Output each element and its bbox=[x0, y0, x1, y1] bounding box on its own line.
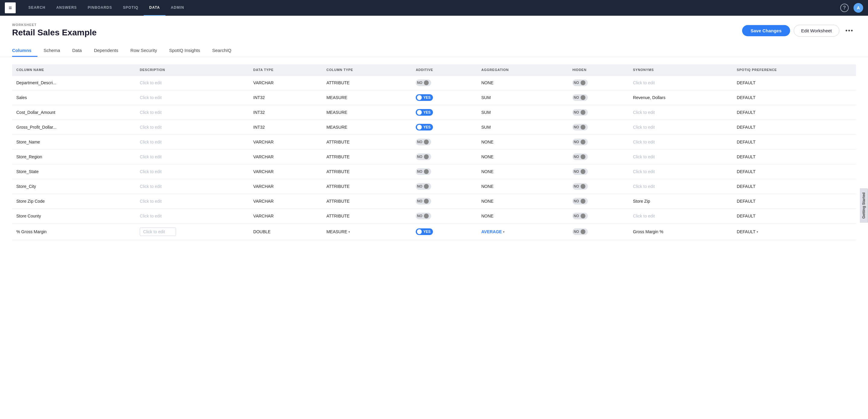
synonyms-click-to-edit[interactable]: Click to edit bbox=[633, 140, 655, 144]
synonyms-click-to-edit[interactable]: Click to edit bbox=[633, 214, 655, 218]
synonyms-click-to-edit[interactable]: Click to edit bbox=[633, 125, 655, 129]
tab-dependents[interactable]: Dependents bbox=[88, 45, 124, 57]
cell-col-type[interactable]: MEASURE ▾ bbox=[322, 223, 411, 240]
description-click-to-edit[interactable]: Click to edit bbox=[140, 110, 161, 115]
additive-toggle[interactable]: NO bbox=[416, 139, 431, 145]
additive-toggle[interactable]: YES bbox=[416, 109, 433, 116]
description-click-to-edit[interactable]: Click to edit bbox=[140, 95, 161, 100]
hidden-toggle[interactable]: NO bbox=[572, 80, 588, 86]
tab-schema[interactable]: Schema bbox=[37, 45, 66, 57]
hidden-toggle[interactable]: NO bbox=[572, 153, 588, 160]
additive-toggle[interactable]: NO bbox=[416, 183, 431, 190]
hidden-toggle[interactable]: NO bbox=[572, 139, 588, 145]
cell-description[interactable]: Click to edit bbox=[135, 135, 249, 150]
additive-toggle[interactable]: YES bbox=[416, 124, 433, 130]
col-type-dropdown-arrow[interactable]: ▾ bbox=[348, 230, 350, 234]
aggregation-dropdown-arrow[interactable]: ▾ bbox=[503, 230, 504, 234]
cell-hidden[interactable]: NO bbox=[568, 164, 629, 179]
cell-synonyms[interactable]: Click to edit bbox=[629, 120, 733, 135]
cell-additive[interactable]: YES bbox=[411, 105, 477, 120]
cell-additive[interactable]: NO bbox=[411, 164, 477, 179]
nav-item-answers[interactable]: ANSWERS bbox=[51, 0, 82, 16]
cell-hidden[interactable]: NO bbox=[568, 76, 629, 90]
additive-toggle[interactable]: YES bbox=[416, 229, 433, 235]
cell-additive[interactable]: NO bbox=[411, 135, 477, 150]
help-icon[interactable]: ? bbox=[840, 4, 849, 12]
save-changes-button[interactable]: Save Changes bbox=[742, 25, 790, 36]
additive-toggle[interactable]: NO bbox=[416, 213, 431, 219]
cell-description[interactable]: Click to edit bbox=[135, 76, 249, 90]
cell-additive[interactable]: YES bbox=[411, 120, 477, 135]
additive-toggle[interactable]: NO bbox=[416, 198, 431, 205]
description-click-to-edit[interactable]: Click to edit bbox=[140, 214, 161, 218]
cell-description[interactable]: Click to edit bbox=[135, 105, 249, 120]
cell-additive[interactable]: YES bbox=[411, 223, 477, 240]
synonyms-click-to-edit[interactable]: Click to edit bbox=[633, 154, 655, 159]
tab-spotiq-insights[interactable]: SpotIQ Insights bbox=[163, 45, 206, 57]
more-options-button[interactable]: ••• bbox=[843, 26, 856, 35]
cell-synonyms[interactable]: Click to edit bbox=[629, 150, 733, 164]
cell-description[interactable]: Click to edit bbox=[135, 90, 249, 105]
cell-hidden[interactable]: NO bbox=[568, 223, 629, 240]
avatar[interactable]: A bbox=[854, 3, 863, 13]
nav-item-admin[interactable]: ADMIN bbox=[165, 0, 190, 16]
cell-synonyms[interactable]: Click to edit bbox=[629, 209, 733, 223]
cell-hidden[interactable]: NO bbox=[568, 90, 629, 105]
additive-toggle[interactable]: NO bbox=[416, 80, 431, 86]
edit-worksheet-button[interactable]: Edit Worksheet bbox=[794, 25, 839, 36]
cell-description[interactable]: Click to edit bbox=[135, 120, 249, 135]
nav-item-spotiq[interactable]: SPOTIQ bbox=[118, 0, 144, 16]
cell-hidden[interactable]: NO bbox=[568, 179, 629, 194]
hidden-toggle[interactable]: NO bbox=[572, 124, 588, 130]
cell-aggregation[interactable]: AVERAGE ▾ bbox=[477, 223, 568, 240]
cell-additive[interactable]: NO bbox=[411, 150, 477, 164]
cell-description[interactable]: Click to edit bbox=[135, 194, 249, 209]
cell-additive[interactable]: NO bbox=[411, 209, 477, 223]
synonyms-click-to-edit[interactable]: Click to edit bbox=[633, 169, 655, 174]
cell-additive[interactable]: NO bbox=[411, 179, 477, 194]
cell-additive[interactable]: YES bbox=[411, 90, 477, 105]
description-click-to-edit[interactable]: Click to edit bbox=[140, 184, 161, 189]
cell-synonyms[interactable]: Click to edit bbox=[629, 105, 733, 120]
description-click-to-edit[interactable]: Click to edit bbox=[140, 80, 161, 85]
description-click-to-edit[interactable]: Click to edit bbox=[140, 169, 161, 174]
cell-spotiq-preference[interactable]: DEFAULT ▾ bbox=[733, 223, 856, 240]
cell-description[interactable]: Click to edit bbox=[135, 223, 249, 240]
synonyms-click-to-edit[interactable]: Click to edit bbox=[633, 80, 655, 85]
synonyms-click-to-edit[interactable]: Click to edit bbox=[633, 184, 655, 189]
getting-started-tab[interactable]: Getting Started bbox=[860, 188, 868, 222]
cell-additive[interactable]: NO bbox=[411, 76, 477, 90]
cell-hidden[interactable]: NO bbox=[568, 150, 629, 164]
additive-toggle[interactable]: YES bbox=[416, 94, 433, 101]
additive-toggle[interactable]: NO bbox=[416, 168, 431, 175]
cell-description[interactable]: Click to edit bbox=[135, 179, 249, 194]
hidden-toggle[interactable]: NO bbox=[572, 229, 588, 235]
tab-columns[interactable]: Columns bbox=[12, 45, 37, 57]
nav-item-data[interactable]: DATA bbox=[144, 0, 165, 16]
cell-hidden[interactable]: NO bbox=[568, 105, 629, 120]
hidden-toggle[interactable]: NO bbox=[572, 168, 588, 175]
cell-hidden[interactable]: NO bbox=[568, 209, 629, 223]
hidden-toggle[interactable]: NO bbox=[572, 183, 588, 190]
aggregation-link[interactable]: AVERAGE bbox=[481, 229, 502, 234]
cell-hidden[interactable]: NO bbox=[568, 120, 629, 135]
tab-searchiq[interactable]: SearchIQ bbox=[206, 45, 237, 57]
tab-row-security[interactable]: Row Security bbox=[124, 45, 163, 57]
cell-synonyms[interactable]: Click to edit bbox=[629, 76, 733, 90]
description-click-to-edit[interactable]: Click to edit bbox=[140, 199, 161, 204]
cell-description[interactable]: Click to edit bbox=[135, 150, 249, 164]
description-click-to-edit[interactable]: Click to edit bbox=[140, 140, 161, 144]
spotiq-dropdown-arrow[interactable]: ▾ bbox=[756, 230, 758, 234]
cell-description[interactable]: Click to edit bbox=[135, 209, 249, 223]
hidden-toggle[interactable]: NO bbox=[572, 109, 588, 116]
synonyms-click-to-edit[interactable]: Click to edit bbox=[633, 110, 655, 115]
additive-toggle[interactable]: NO bbox=[416, 153, 431, 160]
hidden-toggle[interactable]: NO bbox=[572, 213, 588, 219]
description-edit-box[interactable]: Click to edit bbox=[140, 228, 176, 236]
nav-item-search[interactable]: SEARCH bbox=[23, 0, 51, 16]
cell-description[interactable]: Click to edit bbox=[135, 164, 249, 179]
nav-item-pinboards[interactable]: PINBOARDS bbox=[83, 0, 118, 16]
description-click-to-edit[interactable]: Click to edit bbox=[140, 154, 161, 159]
cell-synonyms[interactable]: Click to edit bbox=[629, 164, 733, 179]
description-click-to-edit[interactable]: Click to edit bbox=[140, 125, 161, 129]
